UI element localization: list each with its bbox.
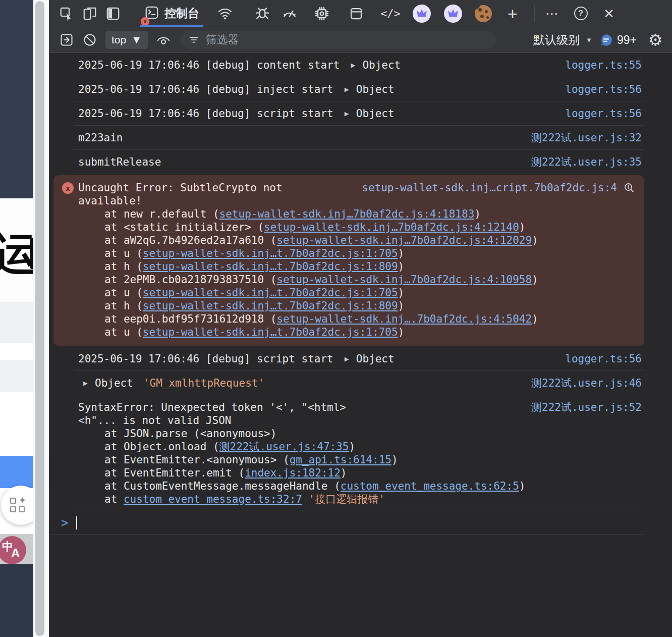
source-link[interactable]: logger.ts:56 (565, 83, 642, 96)
object-label[interactable]: Object (356, 107, 395, 120)
stack-line: at Object.onload (测222试.user.js:47:35) (78, 440, 642, 453)
stack-link[interactable]: setup-wallet-sdk.inj…t.7b0af2dc.js:1:809 (143, 300, 398, 312)
expand-triangle-icon[interactable]: ▶ (345, 352, 349, 365)
context-value: top (111, 34, 126, 46)
devtools-tabbar: x 控制台 </> (49, 0, 672, 27)
expand-triangle-icon[interactable]: ▶ (345, 83, 349, 96)
dock-side-icon[interactable] (101, 4, 125, 23)
log-message: 2025-06-19 17:06:46 [debug] script start (78, 352, 333, 365)
page-scrollbar-thumb[interactable] (35, 1, 44, 636)
text-cursor (76, 516, 77, 529)
syntax-error-block: SyntaxError: Unexpected token '<', "<htm… (49, 395, 672, 511)
close-devtools-icon[interactable]: ✕ (597, 4, 621, 23)
page-preview: 运 ✦ 中 A (0, 0, 33, 637)
stack-link[interactable]: setup-wallet-sdk.inj…7b0af2dc.js:4:12029 (276, 234, 532, 246)
string-value: '接口逻辑报错' (302, 493, 385, 505)
page-hero-block: 运 (0, 198, 33, 302)
magnifier-info-icon[interactable] (623, 182, 635, 194)
log-row: 2025-06-19 17:06:46 [debug] script start… (49, 347, 672, 371)
error-source-link[interactable]: setup-wallet-sdk.inj…cript.7b0af2dc.js:4 (362, 181, 617, 194)
page-blue-button-block (0, 456, 33, 488)
live-expression-eye-icon[interactable] (152, 30, 175, 49)
error-log-block: x Uncaught Error: SubtleCrypto not avail… (53, 175, 644, 346)
stack-line: at eep0i.bdf95f731612d918 (setup-wallet-… (78, 312, 635, 326)
object-label[interactable]: Object (362, 59, 401, 72)
stack-line: at u (setup-wallet-sdk.inj…t.7b0af2dc.js… (78, 286, 635, 299)
log-row: 2025-06-19 17:06:46 [debug] script start… (49, 101, 672, 126)
issues-chat-icon[interactable] (599, 33, 613, 47)
chip-icon[interactable] (310, 4, 333, 23)
bug-icon[interactable] (251, 4, 274, 23)
extension-crown-icon[interactable] (410, 4, 433, 23)
stack-link[interactable]: setup-wallet-sdk.inj….7b0af2dc.js:4:5042 (276, 313, 532, 325)
stack-link[interactable]: gm_api.ts:614:15 (290, 454, 391, 466)
stack-link[interactable]: setup-wallet-sdk.inj…7b0af2dc.js:4:10958 (276, 274, 532, 286)
page-row (0, 343, 33, 360)
console-sidebar-icon[interactable] (55, 30, 78, 49)
stack-link[interactable]: setup-wallet-sdk.inj…t.7b0af2dc.js:1:705 (143, 326, 398, 338)
stack-link[interactable]: custom_event_message.ts:32:7 (124, 493, 302, 505)
syntax-error-message: SyntaxError: Unexpected token '<', "<htm… (78, 401, 346, 427)
context-dropdown[interactable]: top ▼ (105, 31, 148, 49)
performance-gauge-icon[interactable] (278, 4, 301, 23)
stack-link[interactable]: setup-wallet-sdk.inj…t.7b0af2dc.js:1:705 (143, 287, 398, 299)
stack-line: at EventEmitter.<anonymous> (gm_api.ts:6… (78, 453, 642, 466)
stack-link[interactable]: setup-wallet-sdk.inj…t.7b0af2dc.js:1:809 (143, 260, 398, 273)
network-conditions-icon[interactable] (213, 4, 237, 23)
source-link[interactable]: 测222试.user.js:35 (531, 155, 642, 169)
stack-link[interactable]: custom_event_message.ts:62:5 (341, 480, 519, 492)
source-link[interactable]: logger.ts:56 (565, 352, 642, 365)
log-message: m223ain (78, 131, 123, 144)
source-link[interactable]: 测222试.user.js:46 (531, 377, 642, 390)
add-tab-icon[interactable]: + (501, 4, 524, 23)
storage-icon[interactable] (345, 4, 368, 23)
cookie-icon[interactable] (472, 4, 495, 23)
filter-input[interactable] (206, 33, 488, 46)
extension-crown-icon-2[interactable] (441, 4, 465, 23)
expand-triangle-icon[interactable]: ▶ (345, 107, 349, 120)
stack-link[interactable]: setup-wallet-sdk.inj…t.7b0af2dc.js:1:705 (143, 247, 398, 259)
screen: 运 ✦ 中 A (0, 0, 672, 637)
source-link[interactable]: 测222试.user.js:52 (531, 401, 642, 414)
source-link[interactable]: logger.ts:56 (565, 107, 642, 120)
page-scrollbar-track[interactable] (33, 0, 49, 637)
expand-triangle-icon[interactable]: ▶ (351, 59, 355, 72)
issues-count[interactable]: 99+ (617, 33, 637, 47)
stack-line: at new r.default (setup-wallet-sdk.inj…7… (78, 207, 635, 221)
stack-link[interactable]: setup-wallet-sdk.inj…7b0af2dc.js:4:12140 (264, 221, 519, 233)
log-level-dropdown[interactable]: 默认级别 (533, 32, 580, 48)
object-label[interactable]: Object (356, 352, 395, 365)
filter-icon (188, 34, 200, 46)
log-message: 2025-06-19 17:06:46 [debug] script start (78, 107, 333, 120)
stack-link[interactable]: setup-wallet-sdk.inj…7b0af2dc.js:4:18183 (219, 208, 475, 220)
tab-console[interactable]: x 控制台 (137, 0, 206, 27)
page-heading: 运 (0, 225, 33, 284)
source-link[interactable]: logger.ts:55 (565, 59, 642, 72)
code-icon[interactable]: </> (379, 4, 402, 23)
object-label[interactable]: Object (95, 377, 133, 390)
inspect-element-icon[interactable] (55, 4, 78, 23)
stack-line: at h (setup-wallet-sdk.inj…t.7b0af2dc.js… (78, 299, 635, 312)
page-row (0, 392, 33, 456)
source-link[interactable]: 测222试.user.js:32 (531, 131, 642, 144)
clear-console-icon[interactable] (78, 30, 101, 49)
chevron-down-icon[interactable]: ▼ (586, 36, 592, 44)
toolbar-divider (534, 5, 535, 22)
extensions-grid-icon: ✦ (10, 498, 26, 514)
stack-line: at EventEmitter.emit (index.js:182:12) (78, 466, 642, 480)
active-tab-underline (140, 25, 203, 27)
stack-line: at h (setup-wallet-sdk.inj…t.7b0af2dc.js… (78, 260, 635, 273)
help-icon[interactable]: ? (569, 4, 592, 23)
prompt-chevron-icon: > (61, 516, 68, 529)
expand-triangle-icon[interactable]: ▶ (83, 377, 88, 390)
toolbar-divider (131, 5, 131, 22)
settings-gear-icon[interactable]: ⚙ (644, 30, 667, 49)
filter-box[interactable] (180, 31, 496, 49)
error-icon: x (62, 182, 74, 194)
console-prompt[interactable]: > (49, 511, 672, 535)
more-tools-icon[interactable]: ⋯ (541, 4, 564, 23)
object-label[interactable]: Object (356, 83, 395, 96)
stack-link[interactable]: index.js:182:12 (245, 467, 341, 479)
stack-link[interactable]: 测222试.user.js:47:35 (219, 441, 349, 453)
device-toolbar-icon[interactable] (78, 4, 101, 23)
